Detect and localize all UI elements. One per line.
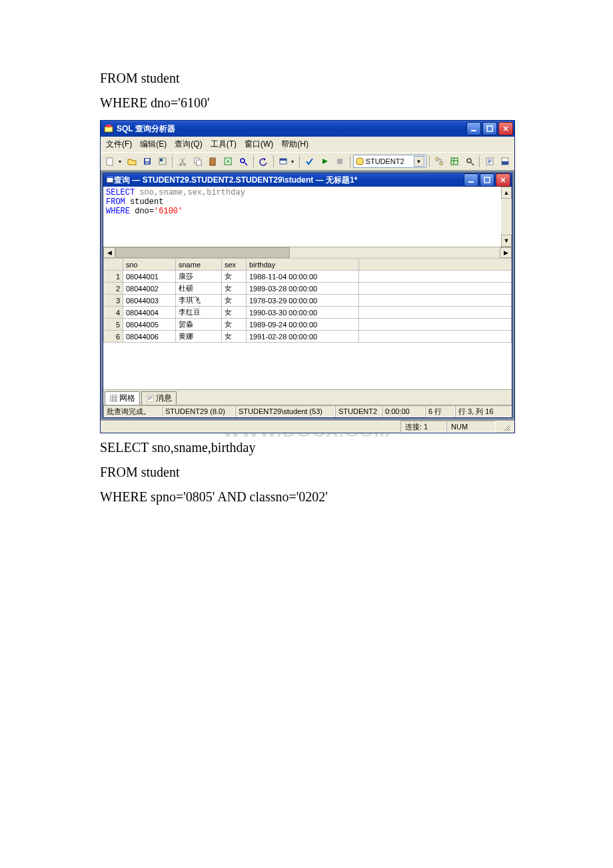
hscroll-track[interactable] <box>115 247 500 258</box>
cell-sex[interactable]: 女 <box>222 295 247 307</box>
new-query-dropdown-icon[interactable]: ▾ <box>119 159 124 165</box>
tab-grid[interactable]: 网格 <box>105 391 140 405</box>
sql-vertical-scrollbar[interactable]: ▲ ▼ <box>501 187 512 247</box>
column-sno[interactable]: sno <box>123 259 176 271</box>
cell-birthday[interactable]: 1990-03-30 00:00:00 <box>247 307 359 319</box>
insert-template-icon[interactable] <box>155 154 169 169</box>
cell-sex[interactable]: 女 <box>222 319 247 331</box>
cell-sname[interactable]: 贺淼 <box>176 319 222 331</box>
hscroll-thumb[interactable] <box>115 247 290 258</box>
column-sex[interactable]: sex <box>222 259 247 271</box>
cell-sname[interactable]: 康莎 <box>176 271 222 283</box>
cell-sex[interactable]: 女 <box>222 271 247 283</box>
scroll-down-icon[interactable]: ▼ <box>501 235 512 247</box>
cell-spacer <box>359 271 512 283</box>
current-window-icon[interactable] <box>482 154 496 169</box>
row-number[interactable]: 1 <box>104 271 123 283</box>
cell-sno[interactable]: 08044002 <box>123 283 176 295</box>
sql-editor-pane[interactable]: SELECT sno,sname,sex,birthday FROM stude… <box>103 187 512 247</box>
cell-sno[interactable]: 08044004 <box>123 307 176 319</box>
clear-icon[interactable] <box>221 154 235 169</box>
show-results-pane-icon[interactable] <box>498 154 512 169</box>
find-icon[interactable] <box>237 154 251 169</box>
chevron-down-icon[interactable]: ▼ <box>414 156 424 167</box>
column-birthday[interactable]: birthday <box>247 259 359 271</box>
cell-sno[interactable]: 08044003 <box>123 295 176 307</box>
cell-sname[interactable]: 李琪飞 <box>176 295 222 307</box>
grid-corner[interactable] <box>104 259 123 271</box>
estimated-plan-icon[interactable] <box>432 154 446 169</box>
table-row[interactable]: 108044001康莎女1988-11-04 00:00:00 <box>104 271 512 283</box>
object-search-icon[interactable] <box>462 154 476 169</box>
row-number[interactable]: 2 <box>104 283 123 295</box>
toolbar-separator <box>253 155 254 167</box>
doc-where-1: WHERE dno='6100' <box>100 95 513 111</box>
cell-sno[interactable]: 08044006 <box>123 331 176 343</box>
row-number[interactable]: 4 <box>104 307 123 319</box>
open-icon[interactable] <box>125 154 139 169</box>
menu-query[interactable]: 查询(Q) <box>172 138 205 151</box>
sql-horizontal-scrollbar[interactable]: ◀ ▶ <box>103 247 512 258</box>
cell-sex[interactable]: 女 <box>222 283 247 295</box>
menu-edit[interactable]: 编辑(E) <box>137 138 169 151</box>
cell-sname[interactable]: 杜硕 <box>176 283 222 295</box>
save-icon[interactable] <box>140 154 154 169</box>
scroll-up-icon[interactable]: ▲ <box>501 187 512 199</box>
database-combo[interactable]: STUDENT2 ▼ <box>353 155 426 168</box>
table-row[interactable]: 608044006黄娜女1991-02-28 00:00:00 <box>104 331 512 343</box>
svg-rect-33 <box>110 395 117 402</box>
scroll-left-icon[interactable]: ◀ <box>103 247 115 258</box>
app-titlebar[interactable]: SQL 查询分析器 <box>101 121 514 137</box>
cell-spacer <box>359 295 512 307</box>
table-row[interactable]: 208044002杜硕女1989-03-28 00:00:00 <box>104 283 512 295</box>
cell-birthday[interactable]: 1991-02-28 00:00:00 <box>247 331 359 343</box>
query-titlebar[interactable]: 查询 — STUDENT29.STUDENT2.STUDENT29\studen… <box>103 173 512 187</box>
cell-sno[interactable]: 08044001 <box>123 271 176 283</box>
object-browser-icon[interactable] <box>447 154 461 169</box>
execute-mode-icon[interactable] <box>276 154 290 169</box>
table-row[interactable]: 408044004李红豆女1990-03-30 00:00:00 <box>104 307 512 319</box>
sql-text[interactable]: SELECT sno,sname,sex,birthday FROM stude… <box>103 187 501 247</box>
cut-icon[interactable] <box>175 154 189 169</box>
new-query-icon[interactable] <box>103 154 117 169</box>
menu-tools[interactable]: 工具(T) <box>208 138 239 151</box>
tab-messages[interactable]: 消息 <box>141 391 177 405</box>
copy-icon[interactable] <box>191 154 205 169</box>
query-close-button[interactable] <box>496 173 510 187</box>
cell-birthday[interactable]: 1978-03-29 00:00:00 <box>247 295 359 307</box>
stop-icon[interactable] <box>333 154 347 169</box>
menu-help[interactable]: 帮助(H) <box>279 138 311 151</box>
query-minimize-button[interactable] <box>464 173 478 187</box>
doc-select-2: SELECT sno,sname,birthday <box>100 440 513 455</box>
row-number[interactable]: 6 <box>104 331 123 343</box>
execute-icon[interactable] <box>318 154 332 169</box>
cell-sname[interactable]: 李红豆 <box>176 307 222 319</box>
menu-window[interactable]: 窗口(W) <box>242 138 276 151</box>
status-connections: 连接: 1 <box>400 421 446 433</box>
cell-birthday[interactable]: 1988-11-04 00:00:00 <box>247 271 359 283</box>
cell-sex[interactable]: 女 <box>222 331 247 343</box>
cell-sname[interactable]: 黄娜 <box>176 331 222 343</box>
maximize-button[interactable] <box>482 122 497 135</box>
minimize-button[interactable] <box>466 122 481 135</box>
undo-icon[interactable] <box>257 154 271 169</box>
cell-birthday[interactable]: 1989-03-28 00:00:00 <box>247 283 359 295</box>
cell-sno[interactable]: 08044005 <box>123 319 176 331</box>
row-number[interactable]: 3 <box>104 295 123 307</box>
execute-mode-dropdown-icon[interactable]: ▾ <box>291 159 297 165</box>
query-maximize-button[interactable] <box>480 173 494 187</box>
column-sname[interactable]: sname <box>176 259 222 271</box>
parse-icon[interactable] <box>303 154 316 169</box>
menu-file[interactable]: 文件(F) <box>103 138 135 151</box>
resize-grip-icon[interactable] <box>496 421 514 432</box>
scroll-right-icon[interactable]: ▶ <box>500 247 512 258</box>
table-row[interactable]: 508044005贺淼女1989-09-24 00:00:00 <box>104 319 512 331</box>
table-row[interactable]: 308044003李琪飞女1978-03-29 00:00:00 <box>104 295 512 307</box>
scroll-track[interactable] <box>501 199 512 235</box>
cell-birthday[interactable]: 1989-09-24 00:00:00 <box>247 319 359 331</box>
row-number[interactable]: 5 <box>104 319 123 331</box>
cell-sex[interactable]: 女 <box>222 307 247 319</box>
paste-icon[interactable] <box>206 154 220 169</box>
close-button[interactable] <box>498 122 513 135</box>
results-grid[interactable]: sno sname sex birthday 108044001康莎女1988-… <box>103 258 512 389</box>
